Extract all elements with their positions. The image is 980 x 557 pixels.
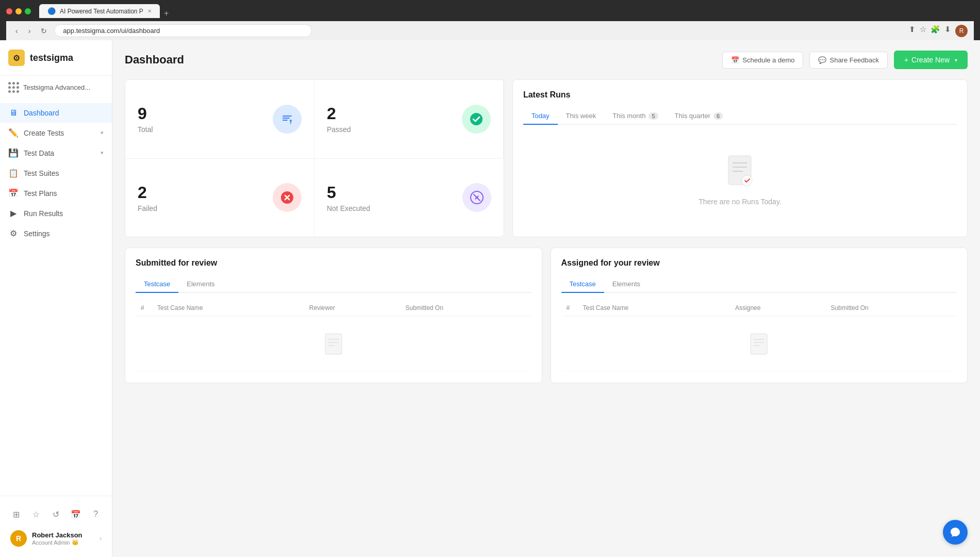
col-submitted-on: Submitted On (402, 300, 530, 316)
user-name: Robert Jackson (32, 531, 94, 539)
sidebar-item-label: Test Suites (24, 169, 59, 177)
this-month-badge: 5 (649, 112, 658, 120)
sidebar-item-label: Dashboard (24, 109, 59, 117)
submitted-for-review-card: Submitted for review Testcase Elements #… (125, 248, 542, 383)
share-feedback-button[interactable]: 💬 Share Feedback (809, 52, 887, 69)
svg-rect-10 (325, 334, 342, 354)
stat-label-total: Total (138, 125, 153, 134)
sidebar-item-create-tests[interactable]: ✏️ Create Tests ▾ (0, 123, 112, 143)
calendar-icon: 📅 (731, 56, 739, 64)
empty-row (562, 317, 956, 371)
stat-info: 2 Passed (327, 104, 351, 134)
stat-number-not-executed: 5 (327, 183, 370, 202)
sidebar: ⚙ testsigma Testsigma Advanced... 🖥 Dash… (0, 40, 112, 557)
user-profile[interactable]: R Robert Jackson Account Admin 👑 › (6, 526, 106, 551)
extensions-icon[interactable]: 🧩 (931, 25, 940, 37)
address-bar[interactable]: app.testsigma.com/ui/dashboard (54, 24, 312, 37)
profile-icon[interactable]: R (955, 25, 968, 37)
stat-icon-not-executed (462, 183, 491, 212)
dashboard-icon: 🖥 (8, 108, 19, 118)
workspace-label: Testsigma Advanced... (23, 84, 90, 91)
grid-icon[interactable]: ⊞ (8, 506, 24, 522)
sidebar-item-label: Create Tests (24, 129, 64, 137)
runs-tab-today[interactable]: Today (523, 108, 558, 125)
forward-button[interactable]: › (25, 26, 34, 36)
new-tab-button[interactable]: + (164, 9, 169, 18)
runs-tab-this-week[interactable]: This week (558, 108, 605, 124)
runs-tab-this-quarter[interactable]: This quarter 6 (667, 108, 732, 124)
runs-tab-this-month[interactable]: This month 5 (604, 108, 666, 124)
sidebar-item-test-suites[interactable]: 📋 Test Suites (0, 163, 112, 183)
feedback-label: Share Feedback (829, 56, 878, 64)
sidebar-item-label: Test Plans (24, 189, 57, 198)
assigned-tab-testcase[interactable]: Testcase (561, 276, 604, 293)
page-header: Dashboard 📅 Schedule a demo 💬 Share Feed… (125, 51, 968, 69)
stat-info: 2 Failed (138, 183, 157, 212)
stats-grid: 9 Total 2 Passed (125, 79, 504, 237)
stat-label-not-executed: Not Executed (327, 204, 370, 212)
test-suites-icon: 📋 (8, 168, 19, 178)
no-runs-message: There are no Runs Today. (523, 133, 957, 226)
avatar: R (10, 530, 27, 547)
star-icon[interactable]: ☆ (28, 506, 44, 522)
stat-not-executed: 5 Not Executed (314, 159, 504, 237)
col-hash: # (562, 300, 578, 316)
comment-icon: 💬 (818, 56, 826, 64)
logo-text: testsigma (30, 53, 73, 63)
stat-icon-passed (462, 105, 491, 134)
sidebar-item-run-results[interactable]: ▶ Run Results (0, 203, 112, 223)
stat-number-total: 9 (138, 104, 153, 123)
tab-close-icon[interactable]: ✕ (147, 8, 152, 14)
stat-number-failed: 2 (138, 183, 157, 202)
svg-point-9 (742, 175, 752, 186)
back-button[interactable]: ‹ (12, 26, 21, 36)
chevron-down-icon: ▾ (101, 129, 104, 136)
workspace-selector[interactable]: Testsigma Advanced... (0, 76, 112, 99)
stat-passed: 2 Passed (314, 80, 504, 159)
create-label: Create New (911, 56, 950, 64)
latest-runs-card: Latest Runs Today This week This month 5… (512, 79, 968, 237)
browser-tab-active[interactable]: 🔵 AI Powered Test Automation P ✕ (39, 4, 160, 18)
schedule-label: Schedule a demo (742, 56, 794, 64)
download-icon[interactable]: ⬇ (944, 25, 951, 37)
bookmark-icon[interactable]: ☆ (920, 25, 926, 37)
test-data-icon: 💾 (8, 148, 19, 158)
schedule-demo-button[interactable]: 📅 Schedule a demo (722, 52, 803, 69)
sidebar-bottom: ⊞ ☆ ↺ 📅 ? R Robert Jackson Account Admin… (0, 496, 112, 557)
stat-label-passed: Passed (327, 125, 351, 134)
logo-icon: ⚙ (8, 50, 25, 66)
no-runs-icon (724, 154, 755, 191)
assigned-for-review-card: Assigned for your review Testcase Elemen… (551, 248, 968, 383)
submitted-tab-testcase[interactable]: Testcase (136, 276, 178, 293)
share-icon: ⬆ (909, 25, 916, 37)
review-section: Submitted for review Testcase Elements #… (125, 248, 968, 383)
user-role: Account Admin 👑 (32, 539, 94, 546)
bottom-toolbar: ⊞ ☆ ↺ 📅 ? (6, 502, 106, 526)
sidebar-item-settings[interactable]: ⚙ Settings (0, 223, 112, 243)
run-results-icon: ▶ (8, 208, 19, 218)
refresh-button[interactable]: ↻ (38, 26, 50, 36)
avatar-letter: R (16, 534, 21, 543)
svg-rect-14 (751, 334, 767, 354)
stat-icon-failed (273, 183, 302, 212)
sidebar-item-dashboard[interactable]: 🖥 Dashboard (0, 103, 112, 123)
tab-title: AI Powered Test Automation P (60, 8, 143, 15)
empty-row (137, 317, 530, 371)
page-title: Dashboard (125, 53, 184, 67)
sidebar-item-test-data[interactable]: 💾 Test Data ▾ (0, 143, 112, 163)
settings-icon: ⚙ (8, 228, 19, 238)
create-new-button[interactable]: + Create New ▾ (894, 51, 968, 69)
user-chevron-icon: › (99, 535, 102, 542)
submitted-tab-elements[interactable]: Elements (178, 276, 223, 292)
sidebar-item-test-plans[interactable]: 📅 Test Plans (0, 183, 112, 203)
submitted-review-tabs: Testcase Elements (136, 276, 531, 293)
create-tests-icon: ✏️ (8, 128, 19, 138)
chat-button[interactable] (943, 520, 968, 545)
refresh-icon[interactable]: ↺ (48, 506, 63, 522)
help-icon[interactable]: ? (88, 506, 104, 522)
assigned-tab-elements[interactable]: Elements (604, 276, 649, 292)
calendar-icon[interactable]: 📅 (68, 506, 84, 522)
workspace-icon (8, 82, 19, 93)
col-submitted-on: Submitted On (826, 300, 956, 316)
col-assignee: Assignee (731, 300, 825, 316)
